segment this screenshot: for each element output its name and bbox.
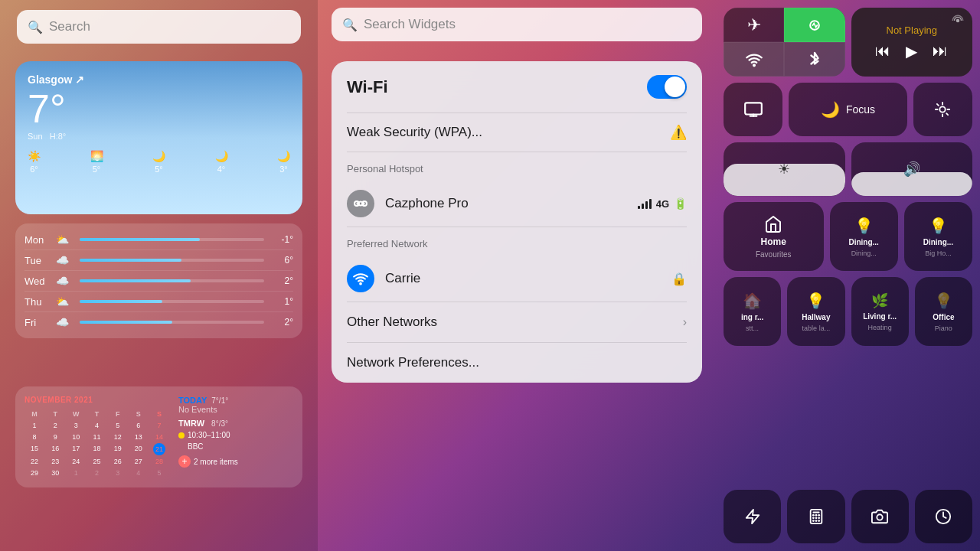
calculator-button[interactable] xyxy=(787,490,844,543)
weak-security-row[interactable]: Weak Security (WPA)... ⚠️ xyxy=(332,113,702,152)
airplane-mode-button[interactable]: ✈ xyxy=(724,8,784,42)
home-devices-row-2: 🏠 ing r... stt... 💡 Hallway table la... … xyxy=(724,277,972,346)
office-piano-tile[interactable]: 💡 Office Piano xyxy=(915,277,972,346)
ing-icon: 🏠 xyxy=(743,292,762,310)
calendar-event-dot xyxy=(178,432,185,439)
search-widgets-icon: 🔍 xyxy=(342,18,358,32)
prev-track-button[interactable]: ⏮ xyxy=(875,42,890,60)
weather-widget: Glasgow ↗ 7° Sun H:8° ☀️6° 🌅5° 🌙5° 🌙4° 🌙… xyxy=(15,61,302,214)
bluetooth-button[interactable] xyxy=(784,42,844,77)
weather-temp: 7° xyxy=(28,89,290,129)
flashlight-button[interactable] xyxy=(724,490,781,543)
play-pause-button[interactable]: ▶ xyxy=(906,42,917,60)
network-prefs-row[interactable]: Network Preferences... xyxy=(332,343,702,383)
svg-marker-8 xyxy=(746,510,759,523)
office-piano-label: Office xyxy=(933,313,954,321)
search-icon: 🔍 xyxy=(28,20,43,34)
svg-rect-6 xyxy=(745,103,762,114)
warning-icon: ⚠️ xyxy=(670,124,687,141)
calendar-no-events: No Events xyxy=(178,405,293,414)
battery-icon: 🔋 xyxy=(674,197,687,210)
ing-label: ing r... xyxy=(741,313,763,321)
cellular-button[interactable] xyxy=(784,8,844,42)
add-more-button[interactable]: + xyxy=(178,455,191,468)
calendar-event-time: 10:30–11:00 xyxy=(188,431,230,439)
dining-device-label-1: Dining... xyxy=(848,238,878,246)
hotspot-meta: 4G 🔋 xyxy=(638,197,687,210)
brightness-icon: ☀ xyxy=(778,161,790,178)
dining-device-sublabel-1: Dining... xyxy=(851,249,877,257)
weather-detail: Sun H:8° xyxy=(28,132,290,141)
calendar-today-label: TODAY xyxy=(178,396,207,405)
airtunes-icon xyxy=(951,14,965,31)
calendar-widget: NOVEMBER 2021 M T W T F S S 1 2 3 4 5 6 … xyxy=(15,386,302,487)
chevron-right-icon: › xyxy=(683,315,687,329)
ing-sublabel: stt... xyxy=(746,324,759,332)
calendar-month-header: NOVEMBER 2021 xyxy=(24,396,169,404)
svg-point-4 xyxy=(753,64,755,66)
calendar-event-name: BBC xyxy=(188,442,204,451)
next-track-button[interactable]: ⏭ xyxy=(933,42,948,60)
other-networks-text: Other Networks xyxy=(347,315,437,330)
hallway-table-tile[interactable]: 💡 Hallway table la... xyxy=(787,277,844,346)
svg-point-20 xyxy=(877,514,882,520)
weather-forecast: ☀️6° 🌅5° 🌙5° 🌙4° 🌙3° xyxy=(28,150,290,174)
toggle-knob xyxy=(665,77,685,97)
home-app-button[interactable]: Home Favourites xyxy=(724,202,824,271)
wifi-toggle-row[interactable]: Wi-Fi xyxy=(332,61,702,112)
lock-icon: 🔒 xyxy=(671,272,687,286)
portrait-lock-button[interactable] xyxy=(913,83,972,136)
volume-slider[interactable]: 🔊 xyxy=(851,142,973,196)
clock-button[interactable] xyxy=(915,490,972,543)
living-heating-icon: 🌿 xyxy=(871,292,888,309)
spotlight-placeholder: Search xyxy=(49,19,90,34)
focus-label: Focus xyxy=(846,103,875,116)
brightness-slider[interactable]: ☀ xyxy=(724,142,845,196)
search-widgets-bar[interactable]: 🔍 Search Widgets xyxy=(332,8,702,41)
personal-hotspot-header: Personal Hotspot xyxy=(332,152,702,181)
ing-device-tile[interactable]: 🏠 ing r... stt... xyxy=(724,277,781,346)
wifi-quick-toggle[interactable] xyxy=(724,42,784,77)
now-playing-controls: ⏮ ▶ ⏭ xyxy=(875,42,948,60)
living-heating-label: Living r... xyxy=(863,312,897,321)
weekly-forecast: Mon ⛅ -1° Tue ☁️ 6° Wed ☁️ 2° Thu ⛅ 1° F… xyxy=(15,223,302,338)
hotspot-icon xyxy=(347,190,374,217)
now-playing-panel: Not Playing ⏮ ▶ ⏭ xyxy=(851,8,973,77)
preferred-network-row[interactable]: Carrie 🔒 xyxy=(332,256,702,302)
other-networks-row[interactable]: Other Networks › xyxy=(332,302,702,342)
wifi-title: Wi-Fi xyxy=(347,77,388,97)
control-center: ✈ xyxy=(716,0,980,551)
svg-point-7 xyxy=(940,106,946,112)
calendar-more-items: 2 more items xyxy=(194,458,238,466)
hallway-table-label: Hallway xyxy=(802,313,830,321)
hotspot-row[interactable]: Cazphone Pro 4G 🔋 xyxy=(332,181,702,227)
dining-device-sublabel-2: Big Ho... xyxy=(925,249,952,257)
calendar-tmrw-label: TMRW 8°/3° xyxy=(178,419,293,428)
volume-icon: 🔊 xyxy=(903,161,920,178)
search-widgets-placeholder: Search Widgets xyxy=(364,17,456,32)
preferred-network-header: Preferred Network xyxy=(332,227,702,256)
now-playing-label: Not Playing xyxy=(887,24,937,36)
spotlight-search-bar[interactable]: 🔍 Search xyxy=(17,10,301,44)
svg-point-2 xyxy=(360,283,361,285)
weather-city: Glasgow ↗ xyxy=(28,73,290,86)
hallway-table-sublabel: table la... xyxy=(802,324,831,332)
wifi-toggle[interactable] xyxy=(647,75,687,99)
dining-light-icon-1: 💡 xyxy=(854,217,874,235)
wifi-network-icon xyxy=(347,265,374,292)
svg-point-5 xyxy=(956,19,960,23)
hallway-table-icon: 💡 xyxy=(806,292,825,310)
focus-button[interactable]: 🌙 Focus xyxy=(789,83,907,136)
home-app-row: Home Favourites 💡 Dining... Dining... 💡 … xyxy=(724,202,972,271)
dining-device-tile-2[interactable]: 💡 Dining... Big Ho... xyxy=(904,202,972,271)
screen-mirror-button[interactable] xyxy=(724,83,782,136)
connectivity-quad: ✈ xyxy=(724,8,845,77)
dining-device-tile-1[interactable]: 💡 Dining... Dining... xyxy=(830,202,898,271)
living-heating-sublabel: Heating xyxy=(868,324,892,331)
dining-device-label-2: Dining... xyxy=(923,238,953,246)
home-sublabel: Favourites xyxy=(756,250,792,259)
focus-icon: 🌙 xyxy=(821,100,840,119)
camera-button[interactable] xyxy=(851,490,909,543)
hotspot-4g: 4G xyxy=(656,198,669,210)
living-heating-tile[interactable]: 🌿 Living r... Heating xyxy=(851,277,909,346)
